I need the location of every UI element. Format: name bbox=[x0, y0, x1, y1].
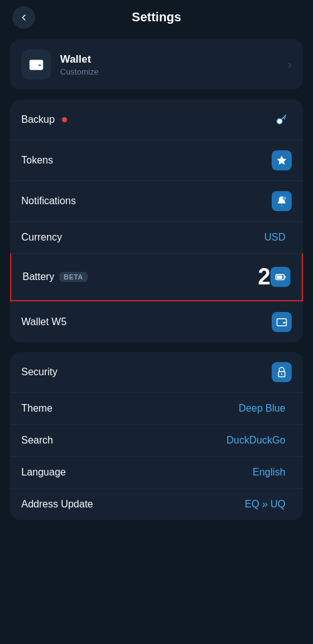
battery-label: Battery BETA bbox=[23, 271, 245, 283]
address-update-row[interactable]: Address Update EQ » UQ bbox=[10, 488, 303, 520]
wallet-subtitle: Customize bbox=[60, 67, 288, 76]
currency-value: USD bbox=[264, 232, 285, 243]
key-icon bbox=[272, 110, 292, 130]
header: Settings bbox=[0, 0, 313, 34]
wallet-w5-row[interactable]: Wallet W5 bbox=[10, 301, 303, 342]
svg-rect-0 bbox=[29, 60, 43, 70]
language-label: Language bbox=[21, 467, 253, 478]
lock-icon bbox=[272, 362, 292, 382]
theme-row[interactable]: Theme Deep Blue bbox=[10, 392, 303, 424]
language-row[interactable]: Language English bbox=[10, 456, 303, 488]
bell-icon bbox=[272, 191, 292, 211]
backup-row[interactable]: Backup bbox=[10, 100, 303, 140]
battery-number: 2 bbox=[258, 264, 270, 290]
svg-point-3 bbox=[283, 197, 287, 200]
security-section: Security Theme Deep Blue Search DuckDuck… bbox=[10, 352, 303, 520]
wallet-info: Wallet Customize bbox=[60, 53, 288, 76]
notifications-label: Notifications bbox=[21, 195, 272, 207]
search-value: DuckDuckGo bbox=[227, 435, 285, 446]
address-update-label: Address Update bbox=[21, 499, 245, 510]
backup-label: Backup bbox=[21, 114, 272, 125]
wallet-w5-label: Wallet W5 bbox=[21, 316, 272, 328]
svg-rect-1 bbox=[29, 62, 43, 63]
battery-icon bbox=[270, 267, 290, 287]
beta-badge: BETA bbox=[59, 272, 88, 282]
address-update-value: EQ » UQ bbox=[245, 499, 285, 510]
svg-rect-5 bbox=[277, 276, 282, 279]
currency-label: Currency bbox=[21, 232, 264, 243]
search-row[interactable]: Search DuckDuckGo bbox=[10, 424, 303, 456]
wallet-icon bbox=[21, 49, 51, 80]
backup-dot bbox=[62, 117, 67, 122]
currency-row[interactable]: Currency USD bbox=[10, 221, 303, 253]
svg-point-8 bbox=[281, 373, 282, 375]
tokens-label: Tokens bbox=[21, 155, 272, 166]
main-settings-section: Backup Tokens Notifications bbox=[10, 100, 303, 342]
wallet-row[interactable]: Wallet Customize › bbox=[10, 39, 303, 90]
security-row[interactable]: Security bbox=[10, 352, 303, 392]
notifications-row[interactable]: Notifications bbox=[10, 180, 303, 221]
tokens-row[interactable]: Tokens bbox=[10, 140, 303, 180]
page-title: Settings bbox=[13, 10, 300, 24]
battery-row[interactable]: Battery BETA 2 bbox=[10, 253, 303, 301]
theme-label: Theme bbox=[21, 403, 239, 414]
wallet-section: Wallet Customize › bbox=[10, 39, 303, 90]
wallet-w5-icon bbox=[272, 312, 292, 332]
theme-value: Deep Blue bbox=[239, 403, 285, 414]
search-label: Search bbox=[21, 435, 227, 446]
back-button[interactable] bbox=[13, 6, 35, 29]
wallet-name: Wallet bbox=[60, 53, 288, 66]
star-icon bbox=[272, 150, 292, 170]
security-label: Security bbox=[21, 366, 272, 378]
language-value: English bbox=[253, 467, 285, 478]
wallet-chevron-icon: › bbox=[288, 58, 292, 71]
